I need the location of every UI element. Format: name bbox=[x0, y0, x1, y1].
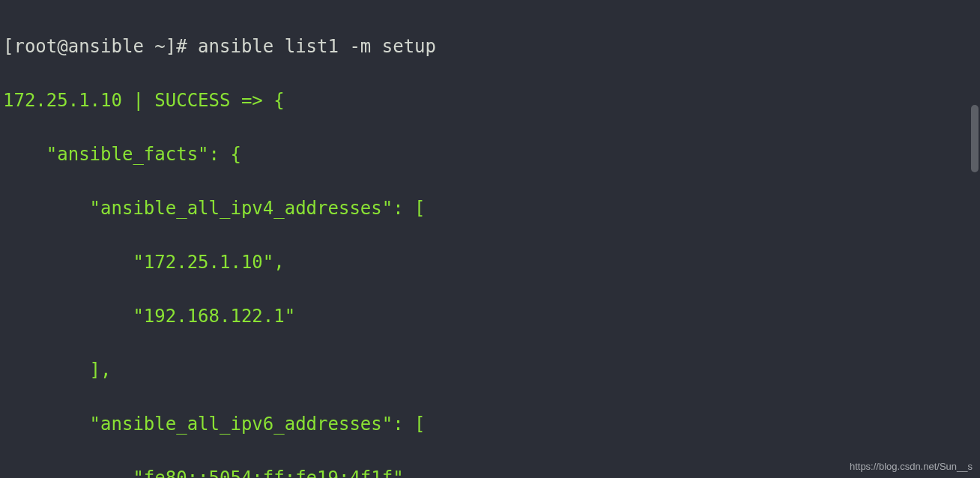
command-line[interactable]: [root@ansible ~]# ansible list1 -m setup bbox=[3, 33, 977, 60]
command-text: ansible list1 -m setup bbox=[198, 36, 436, 57]
output-line: "fe80::5054:ff:fe19:4f1f" bbox=[3, 465, 977, 478]
terminal-output: [root@ansible ~]# ansible list1 -m setup… bbox=[3, 6, 977, 478]
output-line: "172.25.1.10", bbox=[3, 249, 977, 276]
output-line: ], bbox=[3, 357, 977, 384]
output-line: "ansible_all_ipv6_addresses": [ bbox=[3, 411, 977, 438]
output-line: "ansible_facts": { bbox=[3, 141, 977, 168]
output-line: "192.168.122.1" bbox=[3, 303, 977, 330]
shell-prompt: [root@ansible ~]# bbox=[3, 36, 198, 57]
scrollbar-thumb[interactable] bbox=[971, 105, 979, 172]
output-line: "ansible_all_ipv4_addresses": [ bbox=[3, 195, 977, 222]
result-header: 172.25.1.10 | SUCCESS => { bbox=[3, 87, 977, 114]
watermark-text: https://blog.csdn.net/Sun__s bbox=[850, 459, 973, 474]
